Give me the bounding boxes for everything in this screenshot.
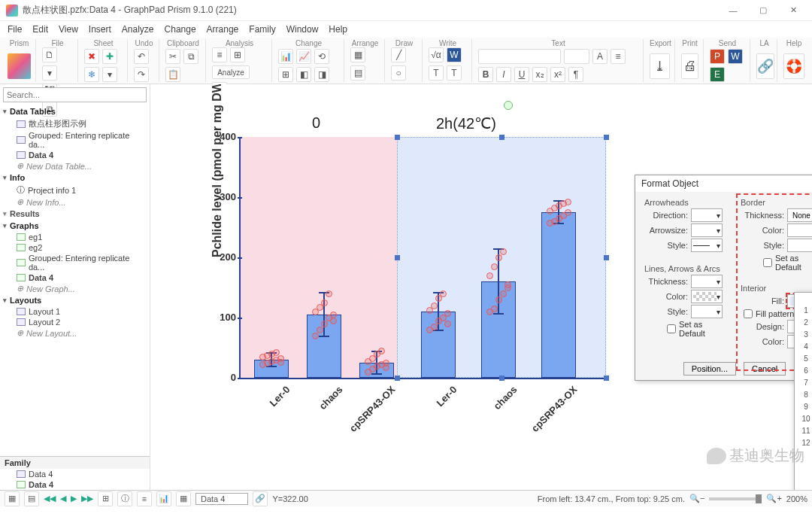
- change-icon4[interactable]: ⊞: [278, 67, 293, 82]
- copy-icon[interactable]: ⧉: [183, 49, 198, 64]
- help-icon[interactable]: 🛟: [783, 53, 804, 79]
- nav-new-graph[interactable]: ⊕ New Graph...: [0, 283, 150, 294]
- nav-last-icon[interactable]: ▶▶: [81, 494, 93, 503]
- sup-icon[interactable]: x²: [550, 67, 565, 82]
- nav-graphs[interactable]: Graphs: [0, 220, 150, 232]
- nav-new-layout[interactable]: ⊕ New Layout...: [0, 327, 150, 339]
- sub-icon[interactable]: x₂: [532, 67, 547, 82]
- text-misc-icon[interactable]: ¶: [568, 67, 583, 82]
- zoom-slider[interactable]: [709, 497, 762, 500]
- family-item[interactable]: Data 4: [0, 469, 150, 479]
- close-button[interactable]: ✕: [780, 3, 806, 18]
- analysis-icon[interactable]: ≡: [212, 47, 227, 62]
- nav-layouts[interactable]: Layouts: [0, 294, 150, 306]
- family-item[interactable]: Data 4: [0, 479, 150, 490]
- delete-sheet-icon[interactable]: ✖: [84, 49, 99, 64]
- menu-help[interactable]: Help: [329, 24, 347, 35]
- print-icon[interactable]: 🖨: [681, 53, 698, 79]
- nav-info[interactable]: Info: [0, 172, 150, 184]
- maximize-button[interactable]: ▢: [750, 3, 776, 18]
- change-icon[interactable]: 📊: [278, 49, 293, 64]
- nav-item[interactable]: eg1: [0, 232, 150, 242]
- font-color-icon[interactable]: A: [592, 49, 607, 64]
- nav-new-info[interactable]: ⊕ New Info...: [0, 196, 150, 208]
- menu-family[interactable]: Family: [249, 24, 275, 35]
- write-t-icon[interactable]: T: [429, 65, 444, 81]
- minimize-button[interactable]: ―: [720, 3, 746, 18]
- line-thickness-combo[interactable]: ▾: [691, 275, 723, 288]
- zoom-out-icon[interactable]: 🔍−: [689, 494, 704, 503]
- nav-data-tables[interactable]: Data Tables: [0, 105, 150, 117]
- nav-item[interactable]: Grouped: Entering replicate da...: [0, 253, 150, 272]
- font-size-combo[interactable]: [564, 49, 589, 64]
- nav-item[interactable]: ⓘ Project info 1: [0, 184, 150, 196]
- undo-icon[interactable]: ↶: [134, 49, 149, 64]
- menu-analyze[interactable]: Analyze: [122, 24, 154, 35]
- nav-item[interactable]: Data 4: [0, 150, 150, 160]
- redo-icon[interactable]: ↷: [134, 67, 149, 82]
- nav-item[interactable]: Grouped: Entering replicate da...: [0, 130, 150, 150]
- status-icon[interactable]: ▤: [24, 491, 39, 506]
- menu-view[interactable]: View: [59, 24, 78, 35]
- nav-next-icon[interactable]: ▶: [71, 494, 77, 503]
- graph-canvas[interactable]: Pchlide level (pmol per mg DW) 010020030…: [150, 84, 812, 490]
- status-icon[interactable]: ▦: [5, 491, 20, 506]
- line-style-combo[interactable]: ▾: [691, 305, 723, 318]
- sheet-dropdown-icon[interactable]: ▾: [102, 67, 117, 82]
- nav-results[interactable]: Results: [0, 208, 150, 220]
- nav-item[interactable]: Layout 1: [0, 306, 150, 317]
- duplicate-sheet-icon[interactable]: ❄: [84, 67, 99, 82]
- open-file-icon[interactable]: ▾: [42, 65, 57, 81]
- search-input[interactable]: [3, 87, 147, 102]
- nav-item[interactable]: 散点柱形图示例: [0, 117, 150, 130]
- menu-window[interactable]: Window: [286, 24, 319, 35]
- status-btn[interactable]: ⊞: [98, 491, 113, 506]
- nav-first-icon[interactable]: ◀◀: [44, 494, 56, 503]
- cut-icon[interactable]: ✂: [165, 49, 180, 64]
- analyze-button[interactable]: Analyze: [212, 65, 250, 79]
- zoom-in-icon[interactable]: 🔍+: [766, 494, 781, 503]
- status-btn[interactable]: ⓘ: [117, 491, 132, 506]
- underline-icon[interactable]: U: [514, 67, 529, 82]
- arrange-front-icon[interactable]: ▦: [350, 47, 365, 62]
- link-icon[interactable]: 🔗: [253, 491, 268, 506]
- nav-item[interactable]: Layout 2: [0, 317, 150, 327]
- bold-icon[interactable]: B: [478, 67, 493, 82]
- status-btn[interactable]: ▦: [176, 491, 191, 506]
- paste-icon[interactable]: 📋: [165, 67, 180, 82]
- send-ppt-icon[interactable]: P: [710, 49, 725, 64]
- export-icon[interactable]: ⤓: [650, 53, 670, 79]
- nav-item[interactable]: eg2: [0, 242, 150, 253]
- change-icon5[interactable]: ◧: [296, 67, 311, 82]
- menu-file[interactable]: File: [8, 24, 22, 35]
- menu-edit[interactable]: Edit: [32, 24, 48, 35]
- status-btn[interactable]: ≡: [137, 491, 152, 506]
- write-word-icon[interactable]: W: [447, 47, 462, 62]
- send-word-icon[interactable]: W: [728, 49, 743, 64]
- new-sheet-icon[interactable]: ✚: [102, 49, 117, 64]
- nav-item[interactable]: Data 4: [0, 272, 150, 283]
- analysis-icon2[interactable]: ⊞: [230, 47, 245, 62]
- change-icon6[interactable]: ◨: [314, 67, 329, 82]
- menu-insert[interactable]: Insert: [89, 24, 111, 35]
- align-left-icon[interactable]: ≡: [611, 49, 626, 64]
- menu-arrange[interactable]: Arrange: [207, 24, 239, 35]
- new-file-icon[interactable]: 🗋: [42, 47, 57, 62]
- nav-prev-icon[interactable]: ◀: [60, 494, 66, 503]
- change-icon2[interactable]: 📈: [296, 49, 311, 64]
- font-family-combo[interactable]: [478, 49, 561, 64]
- direction-combo[interactable]: ▾: [691, 208, 723, 222]
- send-excel-icon[interactable]: E: [710, 67, 725, 82]
- arrow-style-combo[interactable]: ▾: [691, 239, 723, 252]
- line-color-combo[interactable]: ▾: [691, 290, 723, 303]
- nav-new-data-table[interactable]: ⊕ New Data Table...: [0, 160, 150, 172]
- prism-icon[interactable]: [8, 53, 31, 79]
- change-icon3[interactable]: ⟲: [314, 49, 329, 64]
- arrange-back-icon[interactable]: ▤: [350, 65, 365, 81]
- la-icon[interactable]: 🔗: [756, 53, 774, 79]
- write-sqrt-icon[interactable]: √α: [429, 47, 444, 62]
- italic-icon[interactable]: I: [496, 67, 511, 82]
- rotate-handle-icon[interactable]: [502, 99, 513, 110]
- position-button[interactable]: Position...: [683, 362, 736, 375]
- draw-shape-icon[interactable]: ○: [391, 65, 406, 81]
